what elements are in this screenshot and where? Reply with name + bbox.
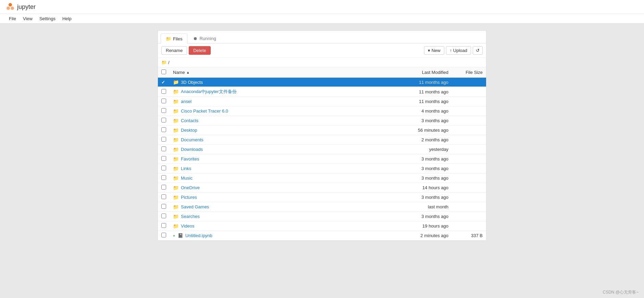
menu-view[interactable]: View: [20, 15, 36, 23]
breadcrumb-path[interactable]: /: [168, 60, 170, 65]
file-size: [452, 164, 486, 173]
file-link[interactable]: Music: [181, 176, 193, 181]
row-checkbox[interactable]: [161, 185, 166, 190]
row-checkbox[interactable]: [161, 118, 166, 122]
table-row[interactable]: 📁OneDrive14 hours ago: [158, 183, 486, 193]
name-column-header[interactable]: Name ▲: [173, 70, 394, 75]
rename-button[interactable]: Rename: [161, 46, 187, 55]
file-modified: 4 months ago: [397, 106, 452, 116]
file-name-cell: 📁Pictures: [173, 195, 394, 200]
tab-files[interactable]: 📁 Files: [161, 34, 187, 43]
new-button[interactable]: ▾ New: [424, 46, 444, 55]
row-checkbox[interactable]: [161, 204, 166, 209]
file-link[interactable]: Untitled.ipynb: [185, 233, 212, 238]
jupyter-logo-icon: [5, 2, 15, 12]
svg-point-3: [9, 3, 12, 6]
file-name-cell: 📁Favorites: [173, 156, 394, 162]
tab-running[interactable]: ⏺ Running: [188, 34, 221, 43]
file-modified: 11 months ago: [397, 87, 452, 97]
row-checkmark[interactable]: ✓: [161, 80, 165, 85]
file-link[interactable]: Contacts: [181, 118, 198, 123]
table-row[interactable]: 📁Saved Gameslast month: [158, 202, 486, 212]
file-name-cell: 📁Contacts: [173, 118, 394, 124]
file-link[interactable]: Videos: [181, 223, 195, 229]
svg-point-1: [7, 7, 10, 10]
upload-button[interactable]: ↑ Upload: [446, 46, 471, 55]
folder-icon: 📁: [173, 128, 179, 133]
table-row[interactable]: 📁Downloadsyesterday: [158, 145, 486, 154]
row-checkbox[interactable]: [161, 175, 166, 180]
table-row[interactable]: 📁ansel11 months ago: [158, 97, 486, 106]
menu-help[interactable]: Help: [59, 15, 75, 23]
table-row[interactable]: 📁Links3 months ago: [158, 164, 486, 173]
file-link[interactable]: Links: [181, 166, 191, 171]
delete-button[interactable]: Delete: [189, 46, 211, 55]
toolbar-left: Rename Delete: [161, 46, 211, 55]
file-modified: 11 months ago: [397, 97, 452, 106]
menu-settings[interactable]: Settings: [36, 15, 59, 23]
folder-icon: 📁: [173, 223, 179, 229]
row-checkbox[interactable]: [161, 89, 166, 94]
table-row[interactable]: 📁Anaconda中jupyter文件备份11 months ago: [158, 87, 486, 97]
last-modified-header[interactable]: Last Modified: [397, 67, 452, 78]
table-row[interactable]: ●📓Untitled.ipynb2 minutes ago337 B: [158, 231, 486, 241]
row-checkbox[interactable]: [161, 99, 166, 103]
file-link[interactable]: Desktop: [181, 128, 197, 133]
row-checkbox[interactable]: [161, 146, 166, 151]
table-row[interactable]: 📁Music3 months ago: [158, 173, 486, 183]
row-checkbox[interactable]: [161, 127, 166, 132]
table-row[interactable]: 📁Cisco Packet Tracer 6.04 months ago: [158, 106, 486, 116]
table-row[interactable]: 📁Videos19 hours ago: [158, 221, 486, 231]
file-name-cell: 📁Anaconda中jupyter文件备份: [173, 89, 394, 95]
file-size: [452, 221, 486, 231]
folder-icon: 📁: [173, 99, 179, 104]
file-name-cell: 📁Music: [173, 176, 394, 181]
file-modified: 11 months ago: [397, 78, 452, 87]
file-name-cell: 📁Searches: [173, 214, 394, 219]
file-link[interactable]: Pictures: [181, 195, 197, 200]
sort-arrow-icon: ▲: [186, 70, 190, 74]
row-checkbox[interactable]: [161, 223, 166, 228]
folder-icon: 📁: [173, 195, 179, 200]
row-checkbox[interactable]: [161, 156, 166, 161]
file-modified: 14 hours ago: [397, 183, 452, 193]
file-size: [452, 145, 486, 154]
row-checkbox[interactable]: [161, 194, 166, 199]
table-row[interactable]: 📁Documents2 months ago: [158, 135, 486, 145]
file-link[interactable]: Anaconda中jupyter文件备份: [181, 89, 237, 95]
table-row[interactable]: 📁Desktop56 minutes ago: [158, 126, 486, 135]
file-link[interactable]: ansel: [181, 99, 191, 104]
file-link[interactable]: Favorites: [181, 156, 199, 161]
table-row[interactable]: 📁Searches3 months ago: [158, 212, 486, 221]
file-name-cell: 📁Links: [173, 166, 394, 171]
row-checkbox[interactable]: [161, 213, 166, 218]
app-title: jupyter: [17, 3, 36, 11]
table-row[interactable]: ✓📁3D Objects11 months ago: [158, 78, 486, 87]
file-modified: 3 months ago: [397, 116, 452, 126]
table-row[interactable]: 📁Favorites3 months ago: [158, 154, 486, 164]
file-link[interactable]: Documents: [181, 137, 203, 142]
file-link[interactable]: Searches: [181, 214, 200, 219]
file-name-cell: 📁Desktop: [173, 128, 394, 133]
file-table: Name ▲ Last Modified File Size ✓📁3D Obje…: [158, 67, 486, 241]
menu-file[interactable]: File: [5, 15, 20, 23]
file-modified: last month: [397, 202, 452, 212]
row-checkbox[interactable]: [161, 166, 166, 170]
select-all-checkbox[interactable]: [161, 69, 166, 74]
row-checkbox[interactable]: [161, 137, 166, 142]
running-dot: ●: [173, 234, 175, 237]
file-modified: 2 minutes ago: [397, 231, 452, 241]
file-link[interactable]: Cisco Packet Tracer 6.0: [181, 108, 228, 114]
row-checkbox[interactable]: [161, 108, 166, 113]
refresh-button[interactable]: ↺: [473, 46, 483, 55]
table-row[interactable]: 📁Contacts3 months ago: [158, 116, 486, 126]
file-link[interactable]: OneDrive: [181, 185, 200, 190]
file-link[interactable]: Saved Games: [181, 204, 209, 209]
file-link[interactable]: Downloads: [181, 147, 203, 152]
folder-icon: 📁: [173, 79, 179, 85]
file-size: [452, 154, 486, 164]
file-name-cell: 📁Documents: [173, 137, 394, 143]
row-checkbox[interactable]: [161, 233, 166, 237]
table-row[interactable]: 📁Pictures3 months ago: [158, 193, 486, 202]
file-link[interactable]: 3D Objects: [181, 80, 203, 85]
